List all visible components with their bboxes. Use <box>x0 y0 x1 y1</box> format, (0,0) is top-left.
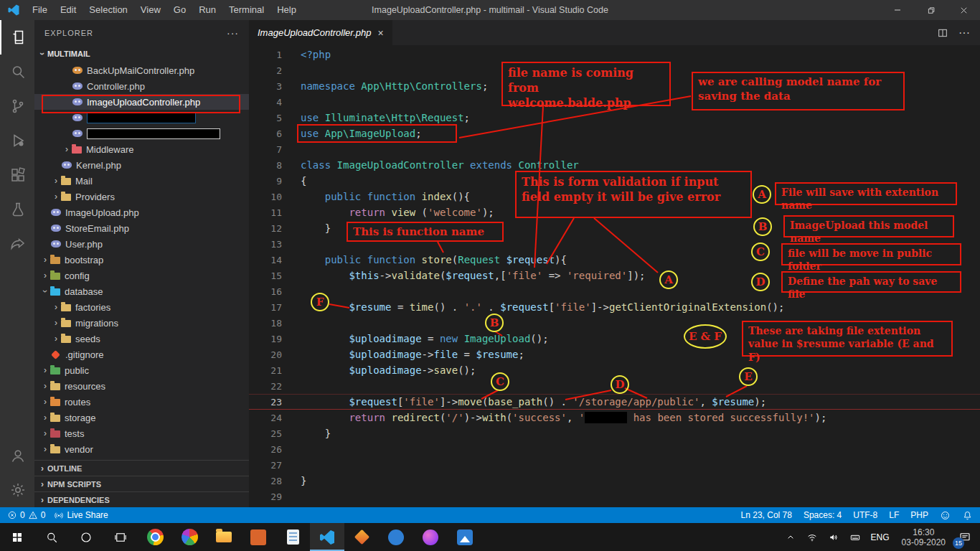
tree-item-config[interactable]: ›config <box>34 268 249 283</box>
code-line-21[interactable]: 21 $uploadimage->save(); <box>249 362 980 378</box>
code-line-26[interactable]: 26 <box>249 441 980 457</box>
tree-item-seeds[interactable]: ›seeds <box>34 331 249 347</box>
tree-item-middleware[interactable]: ›Middleware <box>34 141 249 157</box>
activity-share[interactable] <box>0 227 34 261</box>
code-line-16[interactable]: 16 <box>249 283 980 299</box>
tree-item-routes[interactable]: ›routes <box>34 394 249 410</box>
taskbar-app-file-explorer[interactable] <box>207 523 241 551</box>
close-button[interactable] <box>947 0 980 20</box>
code-line-9[interactable]: 9{ <box>249 173 980 189</box>
tree-item-controller-php[interactable]: Controller.php <box>34 78 249 94</box>
activity-settings[interactable] <box>0 473 34 507</box>
code-line-25[interactable]: 25 } <box>249 425 980 441</box>
editor-more-icon[interactable]: ··· <box>958 27 970 39</box>
activity-extensions[interactable] <box>0 158 34 192</box>
tree-item-providers[interactable]: ›Providers <box>34 189 249 204</box>
tree-item-storage[interactable]: ›storage <box>34 410 249 425</box>
tree-item-database[interactable]: ›database <box>34 283 249 299</box>
language-mode[interactable]: PHP <box>910 510 928 520</box>
tray-chevron-up-icon[interactable] <box>780 523 801 551</box>
taskbar-app-office-app[interactable] <box>241 523 275 551</box>
activity-test-beaker[interactable] <box>0 192 34 227</box>
activity-explorer[interactable] <box>0 20 34 55</box>
tree-item-imageuploadcontroller-php[interactable]: ImageUploadController.php <box>34 94 249 110</box>
problems-indicator[interactable]: 0 0 <box>7 510 45 520</box>
taskbar-app-photos-app[interactable] <box>448 523 482 551</box>
code-line-27[interactable]: 27 <box>249 457 980 473</box>
activity-search[interactable] <box>0 55 34 89</box>
taskbar-search-button[interactable] <box>34 523 69 551</box>
taskbar-app-colorful-app[interactable] <box>172 523 207 551</box>
touch-keyboard-icon[interactable] <box>844 523 866 551</box>
taskbar-start-button[interactable] <box>0 523 34 551</box>
tree-item-kernel-php[interactable]: Kernel.php <box>34 157 249 173</box>
language-indicator[interactable]: ENG <box>866 523 895 551</box>
encoding[interactable]: UTF-8 <box>853 510 877 520</box>
taskbar-cortana-button[interactable] <box>69 523 103 551</box>
activity-run-debug[interactable] <box>0 123 34 158</box>
clock[interactable]: 16:30 03-09-2020 <box>895 527 953 547</box>
tree-item-vendor[interactable]: ›vendor <box>34 441 249 457</box>
menu-help[interactable]: Help <box>270 0 303 20</box>
menu-view[interactable]: View <box>134 0 167 20</box>
code-line-18[interactable]: 18 <box>249 315 980 331</box>
code-line-22[interactable]: 22 <box>249 378 980 394</box>
code-line-10[interactable]: 10 public function index(){ <box>249 189 980 204</box>
code-line-3[interactable]: 3namespace App\Http\Controllers; <box>249 78 980 94</box>
tab-imageuploadcontroller[interactable]: ImageUploadController.php × <box>249 20 392 45</box>
activity-account[interactable] <box>0 438 34 473</box>
tree-item-resources[interactable]: ›resources <box>34 378 249 394</box>
menu-edit[interactable]: Edit <box>54 0 83 20</box>
tree-item-migrations[interactable]: ›migrations <box>34 315 249 331</box>
restore-button[interactable] <box>914 0 947 20</box>
minimize-button[interactable] <box>881 0 914 20</box>
tree-item-user-php[interactable]: User.php <box>34 236 249 252</box>
tree-item-tests[interactable]: ›tests <box>34 425 249 441</box>
sidebar-section-outline[interactable]: ›OUTLINE <box>34 460 249 476</box>
feedback-icon[interactable] <box>940 510 951 521</box>
taskbar-app-chrome[interactable] <box>138 523 172 551</box>
tree-item-storeemail-php[interactable]: StoreEmail.php <box>34 220 249 236</box>
notifications-bell-icon[interactable] <box>962 510 973 521</box>
code-line-4[interactable]: 4 <box>249 94 980 110</box>
menu-selection[interactable]: Selection <box>83 0 133 20</box>
activity-source-control[interactable] <box>0 89 34 123</box>
code-line-1[interactable]: 1<?php <box>249 47 980 62</box>
tree-item-bootstrap[interactable]: ›bootstrap <box>34 252 249 268</box>
menu-go[interactable]: Go <box>167 0 192 20</box>
code-line-29[interactable]: 29 <box>249 489 980 504</box>
code-line-19[interactable]: 19 $uploadimage = new ImageUpload(); <box>249 331 980 347</box>
tree-item-redacted[interactable] <box>34 110 249 126</box>
taskbar-app-diamond-app[interactable] <box>344 523 379 551</box>
code-line-13[interactable]: 13 <box>249 236 980 252</box>
tree-item-redacted[interactable] <box>34 126 249 141</box>
notification-center-icon[interactable]: 15 <box>953 523 980 551</box>
more-actions-icon[interactable]: ··· <box>227 27 239 39</box>
code-line-12[interactable]: 12 } <box>249 220 980 236</box>
tree-item-mail[interactable]: ›Mail <box>34 173 249 189</box>
code-line-6[interactable]: 6use App\ImageUpload; <box>249 126 980 141</box>
cursor-position[interactable]: Ln 23, Col 78 <box>741 510 792 520</box>
code-line-2[interactable]: 2 <box>249 62 980 78</box>
code-line-28[interactable]: 28} <box>249 473 980 489</box>
workspace-section-header[interactable]: › MULTIMAIL <box>34 45 249 62</box>
code-line-15[interactable]: 15 $this->validate($request,['file' => '… <box>249 268 980 283</box>
tree-item-backupmailcontroller-php[interactable]: BackUpMailController.php <box>34 62 249 78</box>
tab-close-icon[interactable]: × <box>378 27 384 39</box>
taskbar-app-purple-app[interactable] <box>413 523 448 551</box>
code-line-23[interactable]: 23 $request['file']->move(base_path() . … <box>249 394 980 410</box>
code-line-20[interactable]: 20 $uploadimage->file = $resume; <box>249 347 980 362</box>
split-editor-icon[interactable] <box>937 27 948 39</box>
tree-item-factories[interactable]: ›factories <box>34 299 249 315</box>
code-line-17[interactable]: 17 $resume = time() . '.' . $request['fi… <box>249 299 980 315</box>
menu-file[interactable]: File <box>26 0 54 20</box>
code-line-14[interactable]: 14 public function store(Request $reques… <box>249 252 980 268</box>
code-line-24[interactable]: 24 return redirect('/')->with('success',… <box>249 410 980 425</box>
code-line-8[interactable]: 8class ImageUploadController extends Con… <box>249 157 980 173</box>
volume-icon[interactable] <box>823 523 844 551</box>
code-line-5[interactable]: 5use Illuminate\Http\Request; <box>249 110 980 126</box>
indentation[interactable]: Spaces: 4 <box>804 510 842 520</box>
live-share-button[interactable]: Live Share <box>54 510 108 520</box>
code-editor[interactable]: 1<?php23namespace App\Http\Controllers;4… <box>249 45 980 507</box>
eol-sequence[interactable]: LF <box>889 510 899 520</box>
